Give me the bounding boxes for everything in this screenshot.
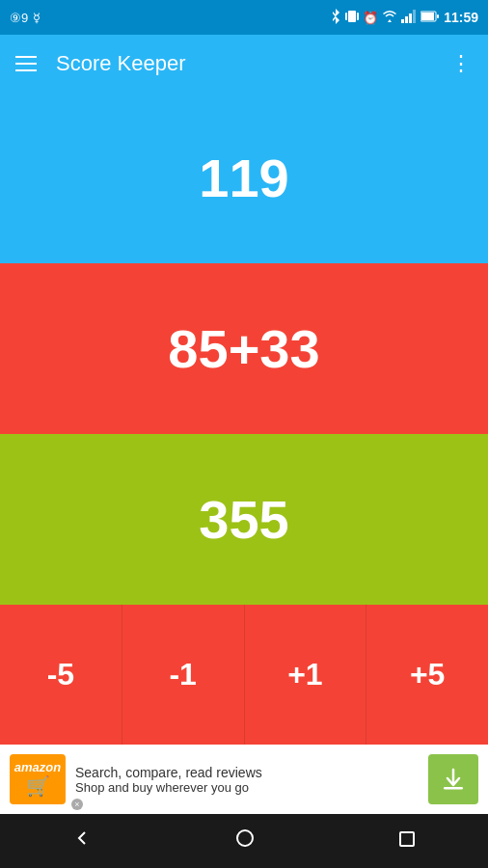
ad-line-1: Search, compare, read reviews — [75, 765, 428, 780]
svg-rect-9 — [437, 14, 439, 18]
svg-rect-1 — [345, 13, 347, 20]
svg-rect-0 — [348, 11, 356, 22]
ad-logo-text: amazon — [14, 761, 61, 774]
svg-rect-5 — [409, 14, 412, 23]
status-bar: ⑨9 ☿ ⏰ — [0, 0, 488, 35]
ad-text-content: Search, compare, read reviews Shop and b… — [75, 765, 428, 795]
plus-5-button[interactable]: +5 — [366, 605, 488, 745]
score-value-1: 119 — [199, 147, 288, 209]
alarm-icon: ⏰ — [363, 11, 378, 25]
score-panel-3[interactable]: 355 — [0, 434, 488, 605]
status-right-icons: ⏰ 11:59 — [330, 9, 478, 27]
svg-rect-13 — [400, 832, 414, 846]
toolbar: Score Keeper ⋮ — [0, 35, 488, 93]
svg-rect-3 — [401, 19, 404, 23]
wifi-icon — [382, 10, 397, 26]
ad-logo: amazon 🛒 — [10, 754, 66, 804]
ad-download-button[interactable] — [428, 754, 478, 804]
download-icon — [440, 766, 467, 793]
vibrate-icon — [345, 9, 359, 27]
plus-1-button[interactable]: +1 — [245, 605, 367, 745]
svg-rect-4 — [405, 16, 408, 23]
back-button[interactable] — [72, 828, 92, 854]
more-options-button[interactable]: ⋮ — [450, 51, 473, 76]
ad-line-2: Shop and buy wherever you go — [75, 780, 428, 795]
svg-rect-8 — [421, 13, 434, 20]
signal-icon — [401, 10, 417, 26]
status-icon-99: ⑨9 — [10, 11, 28, 25]
ad-cart-icon: 🛒 — [26, 774, 50, 798]
hamburger-line — [15, 56, 37, 58]
ad-close-button[interactable]: × — [71, 799, 83, 810]
svg-rect-11 — [444, 787, 463, 790]
home-button[interactable] — [235, 828, 255, 854]
score-value-3: 355 — [199, 488, 288, 551]
status-left-icons: ⑨9 ☿ — [10, 11, 41, 25]
score-button-row: -5 -1 +1 +5 — [0, 605, 488, 745]
minus-5-button[interactable]: -5 — [0, 605, 122, 745]
ad-banner: amazon 🛒 Search, compare, read reviews S… — [0, 745, 488, 814]
nav-bar — [0, 814, 488, 868]
status-icon-app: ☿ — [33, 11, 41, 25]
battery-icon — [420, 11, 440, 25]
status-time: 11:59 — [444, 10, 478, 25]
score-panel-2[interactable]: 85+33 — [0, 263, 488, 434]
ad-close-area: × — [71, 799, 83, 810]
menu-button[interactable] — [15, 56, 37, 71]
svg-rect-6 — [413, 10, 416, 23]
svg-point-12 — [237, 830, 253, 846]
bluetooth-icon — [330, 9, 341, 27]
recents-button[interactable] — [398, 828, 416, 854]
svg-rect-2 — [357, 13, 359, 20]
toolbar-title: Score Keeper — [56, 51, 450, 76]
score-value-2: 85+33 — [168, 317, 319, 380]
hamburger-line — [15, 69, 37, 71]
hamburger-line — [15, 63, 37, 65]
minus-1-button[interactable]: -1 — [122, 605, 245, 745]
score-panel-1[interactable]: 119 — [0, 93, 488, 263]
